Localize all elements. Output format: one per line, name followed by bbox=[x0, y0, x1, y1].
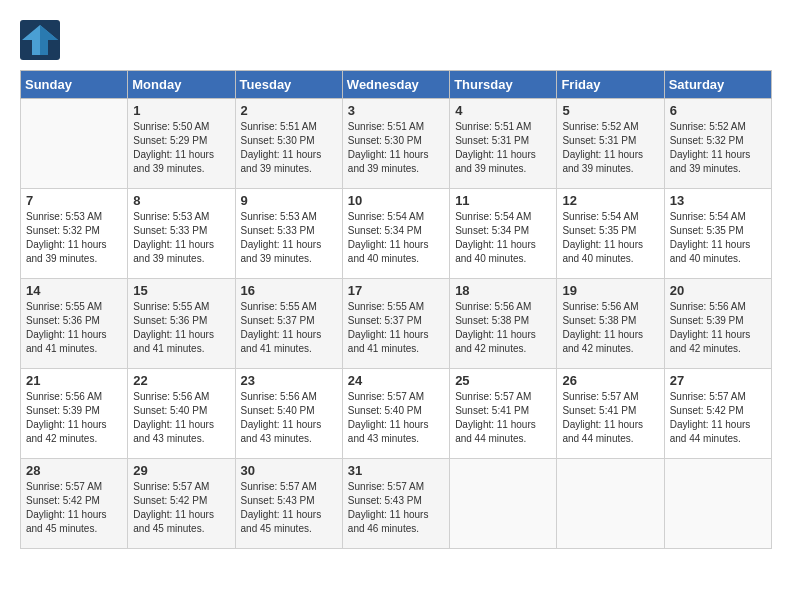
calendar-cell: 16 Sunrise: 5:55 AM Sunset: 5:37 PM Dayl… bbox=[235, 279, 342, 369]
day-info: Sunrise: 5:56 AM Sunset: 5:39 PM Dayligh… bbox=[26, 390, 122, 446]
day-number: 12 bbox=[562, 193, 658, 208]
calendar-cell: 5 Sunrise: 5:52 AM Sunset: 5:31 PM Dayli… bbox=[557, 99, 664, 189]
calendar-cell: 28 Sunrise: 5:57 AM Sunset: 5:42 PM Dayl… bbox=[21, 459, 128, 549]
calendar-cell: 20 Sunrise: 5:56 AM Sunset: 5:39 PM Dayl… bbox=[664, 279, 771, 369]
day-number: 19 bbox=[562, 283, 658, 298]
calendar-cell: 3 Sunrise: 5:51 AM Sunset: 5:30 PM Dayli… bbox=[342, 99, 449, 189]
day-number: 15 bbox=[133, 283, 229, 298]
calendar-cell: 8 Sunrise: 5:53 AM Sunset: 5:33 PM Dayli… bbox=[128, 189, 235, 279]
calendar-cell: 25 Sunrise: 5:57 AM Sunset: 5:41 PM Dayl… bbox=[450, 369, 557, 459]
calendar-cell: 31 Sunrise: 5:57 AM Sunset: 5:43 PM Dayl… bbox=[342, 459, 449, 549]
day-number: 11 bbox=[455, 193, 551, 208]
day-number: 14 bbox=[26, 283, 122, 298]
day-info: Sunrise: 5:57 AM Sunset: 5:42 PM Dayligh… bbox=[133, 480, 229, 536]
header-monday: Monday bbox=[128, 71, 235, 99]
calendar-cell: 9 Sunrise: 5:53 AM Sunset: 5:33 PM Dayli… bbox=[235, 189, 342, 279]
day-info: Sunrise: 5:55 AM Sunset: 5:37 PM Dayligh… bbox=[241, 300, 337, 356]
day-info: Sunrise: 5:54 AM Sunset: 5:35 PM Dayligh… bbox=[562, 210, 658, 266]
calendar-cell: 6 Sunrise: 5:52 AM Sunset: 5:32 PM Dayli… bbox=[664, 99, 771, 189]
calendar-cell bbox=[450, 459, 557, 549]
calendar-cell: 17 Sunrise: 5:55 AM Sunset: 5:37 PM Dayl… bbox=[342, 279, 449, 369]
day-number: 6 bbox=[670, 103, 766, 118]
calendar-cell: 26 Sunrise: 5:57 AM Sunset: 5:41 PM Dayl… bbox=[557, 369, 664, 459]
day-info: Sunrise: 5:54 AM Sunset: 5:34 PM Dayligh… bbox=[348, 210, 444, 266]
calendar-table: SundayMondayTuesdayWednesdayThursdayFrid… bbox=[20, 70, 772, 549]
calendar-cell: 4 Sunrise: 5:51 AM Sunset: 5:31 PM Dayli… bbox=[450, 99, 557, 189]
calendar-cell: 1 Sunrise: 5:50 AM Sunset: 5:29 PM Dayli… bbox=[128, 99, 235, 189]
day-info: Sunrise: 5:50 AM Sunset: 5:29 PM Dayligh… bbox=[133, 120, 229, 176]
day-number: 3 bbox=[348, 103, 444, 118]
day-info: Sunrise: 5:56 AM Sunset: 5:39 PM Dayligh… bbox=[670, 300, 766, 356]
calendar-header-row: SundayMondayTuesdayWednesdayThursdayFrid… bbox=[21, 71, 772, 99]
logo bbox=[20, 20, 65, 60]
calendar-week-row: 28 Sunrise: 5:57 AM Sunset: 5:42 PM Dayl… bbox=[21, 459, 772, 549]
day-info: Sunrise: 5:54 AM Sunset: 5:35 PM Dayligh… bbox=[670, 210, 766, 266]
day-info: Sunrise: 5:57 AM Sunset: 5:42 PM Dayligh… bbox=[670, 390, 766, 446]
day-number: 10 bbox=[348, 193, 444, 208]
day-info: Sunrise: 5:56 AM Sunset: 5:40 PM Dayligh… bbox=[133, 390, 229, 446]
day-number: 31 bbox=[348, 463, 444, 478]
day-info: Sunrise: 5:53 AM Sunset: 5:33 PM Dayligh… bbox=[241, 210, 337, 266]
day-info: Sunrise: 5:51 AM Sunset: 5:30 PM Dayligh… bbox=[241, 120, 337, 176]
day-info: Sunrise: 5:57 AM Sunset: 5:41 PM Dayligh… bbox=[455, 390, 551, 446]
day-info: Sunrise: 5:57 AM Sunset: 5:43 PM Dayligh… bbox=[348, 480, 444, 536]
calendar-cell: 14 Sunrise: 5:55 AM Sunset: 5:36 PM Dayl… bbox=[21, 279, 128, 369]
day-info: Sunrise: 5:51 AM Sunset: 5:30 PM Dayligh… bbox=[348, 120, 444, 176]
day-number: 4 bbox=[455, 103, 551, 118]
day-number: 1 bbox=[133, 103, 229, 118]
header-friday: Friday bbox=[557, 71, 664, 99]
day-number: 21 bbox=[26, 373, 122, 388]
header-saturday: Saturday bbox=[664, 71, 771, 99]
day-number: 17 bbox=[348, 283, 444, 298]
calendar-cell: 21 Sunrise: 5:56 AM Sunset: 5:39 PM Dayl… bbox=[21, 369, 128, 459]
calendar-cell: 24 Sunrise: 5:57 AM Sunset: 5:40 PM Dayl… bbox=[342, 369, 449, 459]
day-number: 7 bbox=[26, 193, 122, 208]
header-wednesday: Wednesday bbox=[342, 71, 449, 99]
day-number: 5 bbox=[562, 103, 658, 118]
logo-icon bbox=[20, 20, 60, 60]
day-info: Sunrise: 5:56 AM Sunset: 5:38 PM Dayligh… bbox=[455, 300, 551, 356]
day-info: Sunrise: 5:52 AM Sunset: 5:31 PM Dayligh… bbox=[562, 120, 658, 176]
day-number: 25 bbox=[455, 373, 551, 388]
day-info: Sunrise: 5:56 AM Sunset: 5:38 PM Dayligh… bbox=[562, 300, 658, 356]
day-info: Sunrise: 5:53 AM Sunset: 5:33 PM Dayligh… bbox=[133, 210, 229, 266]
day-info: Sunrise: 5:52 AM Sunset: 5:32 PM Dayligh… bbox=[670, 120, 766, 176]
calendar-week-row: 21 Sunrise: 5:56 AM Sunset: 5:39 PM Dayl… bbox=[21, 369, 772, 459]
day-info: Sunrise: 5:57 AM Sunset: 5:42 PM Dayligh… bbox=[26, 480, 122, 536]
calendar-cell: 18 Sunrise: 5:56 AM Sunset: 5:38 PM Dayl… bbox=[450, 279, 557, 369]
day-number: 18 bbox=[455, 283, 551, 298]
calendar-cell: 11 Sunrise: 5:54 AM Sunset: 5:34 PM Dayl… bbox=[450, 189, 557, 279]
calendar-cell: 29 Sunrise: 5:57 AM Sunset: 5:42 PM Dayl… bbox=[128, 459, 235, 549]
day-number: 27 bbox=[670, 373, 766, 388]
calendar-cell: 19 Sunrise: 5:56 AM Sunset: 5:38 PM Dayl… bbox=[557, 279, 664, 369]
day-number: 20 bbox=[670, 283, 766, 298]
day-number: 26 bbox=[562, 373, 658, 388]
day-info: Sunrise: 5:55 AM Sunset: 5:36 PM Dayligh… bbox=[26, 300, 122, 356]
header-sunday: Sunday bbox=[21, 71, 128, 99]
page-header bbox=[20, 20, 772, 60]
day-number: 28 bbox=[26, 463, 122, 478]
day-info: Sunrise: 5:57 AM Sunset: 5:41 PM Dayligh… bbox=[562, 390, 658, 446]
day-info: Sunrise: 5:51 AM Sunset: 5:31 PM Dayligh… bbox=[455, 120, 551, 176]
day-number: 2 bbox=[241, 103, 337, 118]
day-number: 9 bbox=[241, 193, 337, 208]
calendar-cell: 12 Sunrise: 5:54 AM Sunset: 5:35 PM Dayl… bbox=[557, 189, 664, 279]
calendar-week-row: 14 Sunrise: 5:55 AM Sunset: 5:36 PM Dayl… bbox=[21, 279, 772, 369]
calendar-cell: 2 Sunrise: 5:51 AM Sunset: 5:30 PM Dayli… bbox=[235, 99, 342, 189]
calendar-cell: 15 Sunrise: 5:55 AM Sunset: 5:36 PM Dayl… bbox=[128, 279, 235, 369]
day-info: Sunrise: 5:55 AM Sunset: 5:36 PM Dayligh… bbox=[133, 300, 229, 356]
calendar-week-row: 7 Sunrise: 5:53 AM Sunset: 5:32 PM Dayli… bbox=[21, 189, 772, 279]
calendar-cell bbox=[21, 99, 128, 189]
calendar-cell: 23 Sunrise: 5:56 AM Sunset: 5:40 PM Dayl… bbox=[235, 369, 342, 459]
day-number: 16 bbox=[241, 283, 337, 298]
day-number: 30 bbox=[241, 463, 337, 478]
day-info: Sunrise: 5:57 AM Sunset: 5:40 PM Dayligh… bbox=[348, 390, 444, 446]
calendar-cell: 10 Sunrise: 5:54 AM Sunset: 5:34 PM Dayl… bbox=[342, 189, 449, 279]
day-number: 24 bbox=[348, 373, 444, 388]
calendar-cell: 27 Sunrise: 5:57 AM Sunset: 5:42 PM Dayl… bbox=[664, 369, 771, 459]
day-number: 29 bbox=[133, 463, 229, 478]
header-tuesday: Tuesday bbox=[235, 71, 342, 99]
day-info: Sunrise: 5:53 AM Sunset: 5:32 PM Dayligh… bbox=[26, 210, 122, 266]
calendar-cell bbox=[557, 459, 664, 549]
day-info: Sunrise: 5:57 AM Sunset: 5:43 PM Dayligh… bbox=[241, 480, 337, 536]
